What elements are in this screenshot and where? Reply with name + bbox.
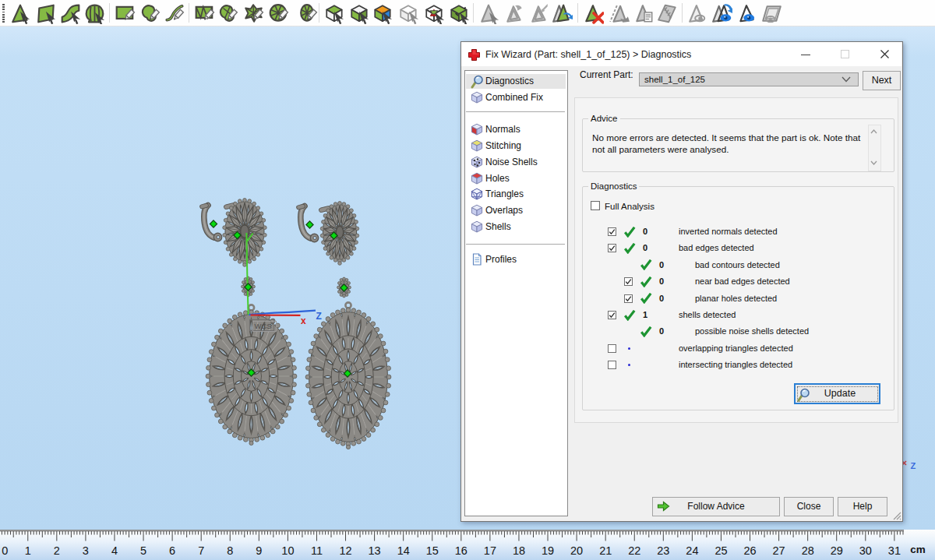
svg-text:23: 23	[657, 544, 669, 557]
svg-text:2: 2	[54, 544, 60, 557]
svg-text:8: 8	[227, 544, 233, 557]
svg-text:3: 3	[83, 544, 89, 557]
svg-text:29: 29	[831, 544, 843, 557]
svg-text:13: 13	[369, 544, 381, 557]
svg-text:21: 21	[599, 544, 612, 557]
svg-text:14: 14	[397, 544, 410, 557]
svg-text:19: 19	[542, 544, 554, 557]
svg-text:Z: Z	[911, 461, 916, 470]
svg-text:18: 18	[513, 544, 525, 557]
svg-text:20: 20	[570, 544, 583, 557]
svg-text:WCS: WCS	[255, 322, 272, 330]
svg-text:31: 31	[888, 544, 901, 557]
svg-text:16: 16	[455, 544, 468, 557]
svg-text:25: 25	[714, 544, 727, 557]
svg-text:Z: Z	[316, 311, 322, 322]
svg-text:26: 26	[743, 544, 756, 557]
svg-text:9: 9	[256, 544, 262, 557]
svg-text:5: 5	[140, 544, 146, 557]
svg-text:cm: cm	[910, 544, 926, 555]
svg-text:24: 24	[686, 544, 698, 557]
svg-text:6: 6	[169, 544, 175, 557]
svg-text:7: 7	[198, 544, 204, 557]
svg-text:0: 0	[2, 544, 8, 557]
svg-text:27: 27	[773, 544, 785, 557]
svg-text:15: 15	[426, 544, 439, 557]
svg-text:11: 11	[311, 544, 323, 557]
svg-text:1: 1	[25, 544, 31, 557]
svg-text:10: 10	[281, 544, 294, 557]
svg-text:22: 22	[628, 544, 640, 557]
svg-text:x: x	[301, 315, 306, 326]
svg-text:30: 30	[859, 544, 872, 557]
svg-text:28: 28	[802, 544, 814, 557]
svg-text:12: 12	[339, 544, 351, 557]
svg-text:17: 17	[484, 544, 496, 557]
svg-text:4: 4	[111, 544, 118, 557]
